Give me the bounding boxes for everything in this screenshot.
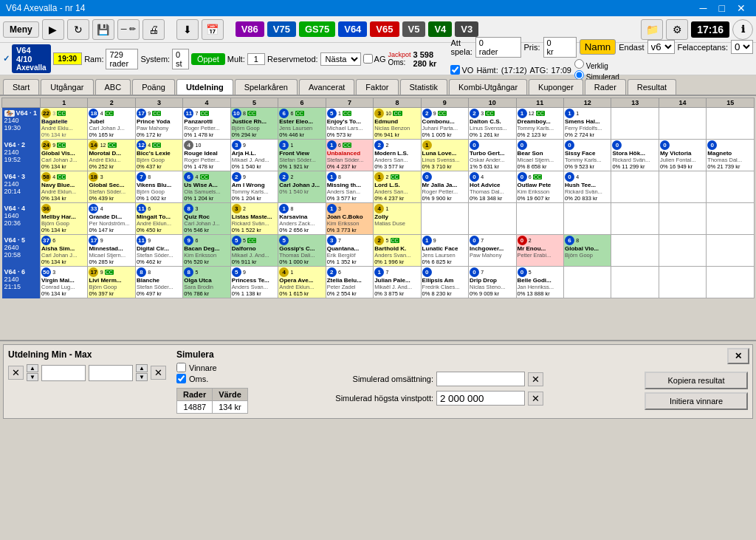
edit-button[interactable]: ─ ✏ [117,19,140,40]
horse-2-10[interactable]: 0 Turbo Gert... Oskar Ander... 1% 5 631 … [469,140,516,171]
horse-4-3[interactable]: 11 6 Mingait To... André Eklun... 0% 450… [135,203,182,235]
horse-6-11[interactable]: 0 5 Belle Godi... Jan Henrikss... 0% 13 … [516,267,563,298]
horse-6-1[interactable]: 50 3 Virgin Mai... Conrad Lug... 0% 134 … [40,267,87,298]
horse-3-6[interactable]: 2 2 Carl Johan J... 0% 1 540 kr [278,171,326,203]
horse-4-1[interactable]: 36 Mellby Har... Björn Goop 0% 134 kr [40,203,87,235]
horse-1-5[interactable]: 10 8 CC Justice Rh... Björn Goop 0% 294 … [230,108,278,140]
horse-2-11[interactable]: 0 Bear Son Micael Stjern... 0% 8 658 kr [516,140,563,171]
horse-1-3[interactable]: 17 9 CC Prince Yoda Paw Mahony 0% 172 kr [135,108,182,140]
horse-1-9[interactable]: 2 9 CC Combonu... Juhani Parta... 0% 1 0… [421,108,468,140]
horse-1-4[interactable]: 11 7 CC Panzarotti Roger Petter... 0% 1 … [183,108,230,140]
v4-button[interactable]: V4 [428,21,452,37]
horse-6-6[interactable]: 4 1 Opera Ave... André Eklun... 0% 1 615… [278,267,326,298]
horse-5-9[interactable]: 1 9 Lunatic Face Jens Laursen 0% 6 825 k… [421,235,468,267]
utdelning-clear-left[interactable]: ✕ [8,366,24,380]
horse-3-11[interactable]: 0 6 CC Outlaw Pete Kim Eriksson 0% 19 60… [516,171,563,203]
horse-4-4[interactable]: 8 3 Quiz Roc Carl Johan J... 0% 546 kr [183,203,230,235]
spinner-up-1[interactable]: ▲ [27,364,38,372]
horse-3-10[interactable]: 0 4 Hot Advice Thomas Dal... 0% 18 348 k… [469,171,516,203]
tab-spelarkaren[interactable]: Spelarkåren [235,79,298,95]
tab-start[interactable]: Start [3,79,39,95]
close-button[interactable]: ✕ [732,2,750,14]
calendar-button[interactable]: 📅 [202,19,224,40]
felacc-select[interactable]: 0 [731,40,753,54]
v86-button[interactable]: V86 [236,21,264,37]
v3-button[interactable]: V3 [455,21,478,37]
namn-button[interactable]: Namn [580,39,616,55]
spinner-down-2[interactable]: ▼ [136,373,148,381]
horse-2-1[interactable]: 24 9 CC Global Vis... Carl Johan J... 0%… [40,140,87,171]
horse-1-10[interactable]: 2 3 CC Dalton C.S. Linus Svenss... 0% 1 … [469,108,516,140]
horse-6-3[interactable]: 8 8 Blanche Stefan Söder... 0% 497 kr [135,267,182,298]
horse-1-2[interactable]: 18 4 CC Jubel Carl Johan J... 0% 165 kr [88,108,135,140]
oms-checkbox[interactable] [176,374,186,383]
tab-rader[interactable]: Rader [585,79,626,95]
tab-resultat[interactable]: Resultat [628,79,676,95]
horse-1-6[interactable]: 6 6 CC Ester Eleo... Jens Laursen 0% 446… [278,108,326,140]
tab-abc[interactable]: ABC [95,79,131,95]
horse-2-4[interactable]: 4 10 Rouge Ideal Roger Petter... 0% 1 47… [183,140,230,171]
refresh-button[interactable]: ↻ [67,19,89,40]
minimize-button[interactable]: ─ [695,2,712,14]
horse-3-4[interactable]: 6 4 CC Us Wise A... Ola Samuels... 0% 1 … [183,171,230,203]
horse-6-10[interactable]: 0 7 Drip Drop Niclas Steno... 0% 9 009 k… [469,267,516,298]
reservmetod-select[interactable]: Nästa [320,52,361,66]
horse-3-1[interactable]: 58 4 CC Navy Blue... André Eklun... 0% 1… [40,171,87,203]
horse-5-8[interactable]: 2 5 CC Barthold K. Anders Svan... 0% 1 9… [374,235,421,267]
play-button[interactable]: ▶ [42,19,64,40]
tab-avancerat[interactable]: Avancerat [299,79,354,95]
utdelning-max-input[interactable] [89,365,133,381]
horse-2-9[interactable]: 1 Luna Love... Linus Svenss... 0% 3 710 … [421,140,468,171]
horse-6-7[interactable]: 2 6 Ztelia Belu... Peter Zadel 0% 2 554 … [326,267,373,298]
tab-kuponger[interactable]: Kuponger [529,79,583,95]
ag-checkbox[interactable]: AG [363,54,386,64]
horse-5-7[interactable]: 3 7 Quantana... Erik Berglöf 0% 1 352 kr [326,235,373,267]
kopiera-button[interactable]: Kopiera resultat [645,372,748,389]
horse-6-9[interactable]: 0 Ellipsis Am Fredrik Claes... 0% 8 230 … [421,267,468,298]
horse-2-15[interactable]: 0 Magneto Thomas Dal... 0% 21 739 kr [707,140,755,171]
close-panel-button[interactable]: ✕ [727,348,749,364]
v65-button[interactable]: V65 [370,21,399,37]
horse-1-7[interactable]: 5 1 CC Enjoy's To... Michael Lars... 0% … [326,108,373,140]
tab-utgångar[interactable]: Utgångar [41,79,93,95]
horse-5-10[interactable]: 0 7 Inchgower... Paw Mahony [469,235,516,267]
horse-5-2[interactable]: 17 9 Minnestad... Micael Stjern... 0% 28… [88,235,135,267]
tab-kombi[interactable]: Kombi-Utgångar [449,79,527,95]
initiera-button[interactable]: Initiera vinnare [645,392,748,410]
horse-6-5[interactable]: 5 9 Princess Te... Anders Svan... 0% 1 1… [230,267,278,298]
horse-2-13[interactable]: 0 Stora Hök... Rickard Svän... 0% 11 299… [611,140,659,171]
horse-5-1[interactable]: 37 6 Aisha Sim... Carl Johan J... 0% 134… [40,235,87,267]
maximize-button[interactable]: □ [715,2,729,14]
horse-3-3[interactable]: 7 8 Vikens Blu... Björn Goop 0% 1 002 kr [135,171,182,203]
tab-poäng[interactable]: Poäng [132,79,175,95]
horse-4-7[interactable]: 1 3 Joan C.Boko Kim Eriksson 0% 3 773 kr [326,203,373,235]
menu-button[interactable]: Meny [3,21,39,38]
horse-5-5[interactable]: 5 5 CC Dalforno Mikael J. And... 0% 911 … [230,235,278,267]
horse-3-9[interactable]: 0 Mr Jalla Ja... Roger Petter... 0% 9 90… [421,171,468,203]
horse-2-7[interactable]: 2 2 Modern L.S. Anders San... 0% 3 577 k… [374,140,421,171]
horse-2-14[interactable]: 0 My Victoria Julien Fontal... 0% 16 949… [659,140,706,171]
horse-2-6[interactable]: 3 1 Front View Stefan Söder... 0% 1 921 … [278,140,326,171]
horse-4-8[interactable]: 4 1 Zolly Matias Duse [374,203,421,235]
spinner-up-2[interactable]: ▲ [136,364,148,372]
omsattning-input[interactable] [436,372,525,386]
save-button[interactable]: 💾 [92,19,114,40]
print-button[interactable]: 🖨 [142,19,165,40]
tab-faktor[interactable]: Faktor [356,79,398,95]
tab-utdelning[interactable]: Utdelning [176,79,233,95]
vinnare-checkbox[interactable] [176,363,186,372]
horse-5-12[interactable]: 6 8 Global Vio... Björn Goop [563,235,611,267]
horse-3-12[interactable]: 0 4 Hush Tee... Rickard Svän... 0% 20 83… [563,171,611,203]
horse-1-11[interactable]: 1 12 CC Dreamboy... Tommy Karls... 0% 2 … [516,108,563,140]
horse-2-3[interactable]: 12 4 CC Bicc's Lexie Björn Goop 0% 437 k… [135,140,182,171]
horse-3-2[interactable]: 18 3 Global Sec... Stefan Söder... 0% 43… [88,171,135,203]
horse-6-4[interactable]: 8 5 Olga Utca Sara Brodin 0% 786 kr [183,267,230,298]
horse-4-6[interactable]: 1 8 Karsavina Anders Zack... 0% 2 656 kr [278,203,326,235]
vinstpott-input[interactable] [436,391,525,406]
v64-button[interactable]: V64 [338,21,367,37]
horse-3-8[interactable]: 1 2 CC Lord L.S. Anders San... 0% 4 237 … [374,171,421,203]
horse-6-8[interactable]: 1 7 Julian Pale... Mikaël J. And... 0% 3… [374,267,421,298]
horse-6-2[interactable]: 17 9 CC Livi Merm... Björn Goop 0% 397 k… [88,267,135,298]
horse-2-8-unbalanced[interactable]: 1 6 CC Unbalanced Stefan Söder... 0% 4 2… [326,140,373,171]
horse-5-3[interactable]: 11 9 Digital Cir... Stefan Söder... 0% 4… [135,235,182,267]
